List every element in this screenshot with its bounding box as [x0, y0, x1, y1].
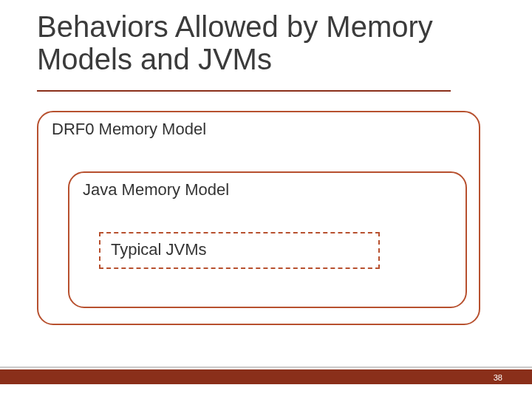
footer-divider: [0, 366, 532, 368]
title-underline: [37, 90, 451, 92]
jmm-box: Java Memory Model Typical JVMs: [68, 171, 467, 308]
footer-bar: [0, 369, 532, 384]
drf0-box: DRF0 Memory Model Java Memory Model Typi…: [37, 111, 480, 325]
jvms-box: Typical JVMs: [99, 232, 380, 269]
drf0-label: DRF0 Memory Model: [52, 120, 206, 139]
jvms-label: Typical JVMs: [111, 240, 207, 259]
page-number: 38: [494, 373, 502, 382]
jmm-label: Java Memory Model: [83, 180, 229, 200]
page-title: Behaviors Allowed by Memory Models and J…: [37, 10, 495, 75]
